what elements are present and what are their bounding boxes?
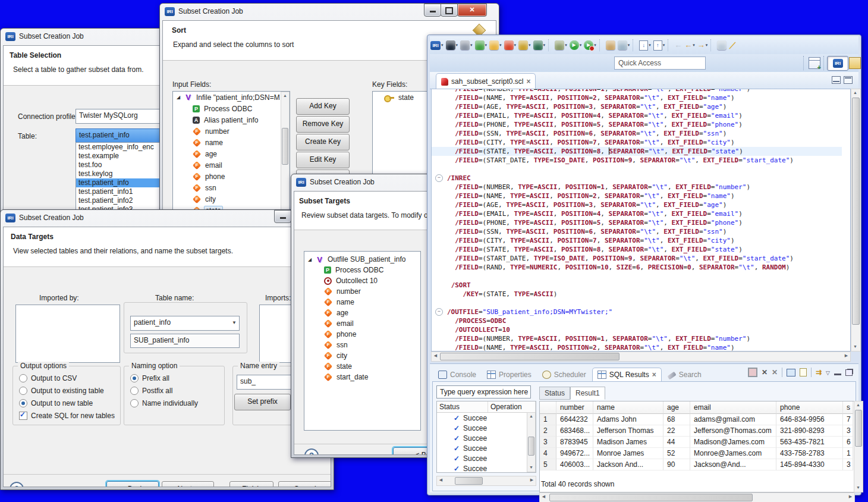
scroll-down-icon[interactable]: ▼	[851, 343, 859, 351]
dropdown-caret-icon[interactable]: ▾	[580, 43, 582, 48]
tree-item[interactable]: Fnumber	[173, 126, 290, 137]
checkbox-icon[interactable]	[19, 412, 27, 420]
nextform-whale-icon[interactable]: ▾	[445, 40, 459, 51]
dropdown-caret-icon[interactable]: ▾	[693, 43, 695, 48]
tab-search[interactable]: Search	[663, 368, 706, 381]
scroll-down-icon[interactable]: ▼	[527, 464, 535, 472]
help-icon[interactable]: ?	[304, 448, 319, 455]
iri-perspective-button[interactable]: IRI	[827, 56, 848, 71]
tree-item[interactable]: Fphone	[304, 329, 420, 340]
scroll-right-icon[interactable]: ▶	[528, 476, 536, 484]
titlebar[interactable]: IRI Subset Creation Job	[1, 29, 163, 44]
result-tab-result1[interactable]: Result1	[570, 387, 605, 400]
tree-item[interactable]: Fcity	[304, 350, 420, 361]
imported-by-list[interactable]	[15, 305, 120, 363]
grid-vscrollbar[interactable]: ▲ ▼	[854, 401, 863, 492]
subset-table-name-field[interactable]: SUB_patient_info	[130, 334, 240, 348]
rowgen-bird-icon[interactable]: ▾	[504, 40, 517, 51]
naming-option-option[interactable]: Postfix all	[130, 387, 172, 395]
result-tab-status[interactable]: Status	[539, 387, 570, 400]
scroll-down-icon[interactable]: ▼	[854, 484, 862, 492]
status-vscrollbar[interactable]: ▲ ▼	[527, 412, 536, 472]
editor-tab[interactable]: sah_subset_script0.scl	[436, 73, 536, 89]
table-row[interactable]: 2683468...Jefferson Thomas22Jefferson@Th…	[540, 425, 854, 437]
naming-option-option[interactable]: Prefix all	[130, 374, 169, 382]
tree-item[interactable]: Femail	[304, 318, 420, 329]
grid-column-header[interactable]: phone	[776, 401, 843, 414]
tree-item[interactable]: PProcess ODBC	[304, 265, 420, 275]
table-row[interactable]: 4949672...Monroe James52Monroe@James.com…	[540, 448, 854, 459]
status-row[interactable]: ✓Succee	[437, 443, 536, 453]
dropdown-caret-icon[interactable]: ▾	[485, 43, 488, 48]
tree-item[interactable]: Fname	[173, 137, 290, 148]
dropdown-caret-icon[interactable]: ▾	[628, 43, 630, 48]
maximize-view-icon[interactable]	[844, 76, 853, 84]
data-targets-window[interactable]: IRI Subset Creation Job Data Targets Vie…	[0, 209, 334, 490]
dropdown-caret-icon[interactable]: ▾	[543, 43, 546, 48]
fieldshield-shield-icon[interactable]: ▾	[489, 40, 502, 51]
tab-properties[interactable]: Properties	[482, 368, 536, 381]
run-icon[interactable]: ▶▾	[569, 40, 583, 51]
remove-icon[interactable]	[762, 368, 768, 376]
back-icon[interactable]: ←▾	[684, 40, 696, 51]
dropdown-caret-icon[interactable]: ▾	[499, 43, 502, 48]
debug-icon[interactable]: ▾	[554, 40, 568, 51]
dropdown-caret-icon[interactable]: ▾	[649, 43, 651, 48]
tree-item[interactable]: Fage	[173, 148, 290, 159]
status-row[interactable]: ✓Succee	[437, 413, 536, 423]
dropdown-caret-icon[interactable]: ▾	[663, 43, 665, 48]
view-menu-icon[interactable]	[826, 368, 830, 376]
globe-icon[interactable]: ▾	[460, 40, 473, 51]
create-sql-checkbox[interactable]: Create SQL for new tables	[19, 412, 115, 420]
table-row[interactable]: 38783945Madison James44Madison@James.com…	[540, 437, 854, 448]
close-button[interactable]: ✕	[457, 4, 487, 17]
tree-item[interactable]: Fname	[304, 297, 420, 308]
status-row[interactable]: ✓Succee	[437, 453, 536, 463]
dropdown-caret-icon[interactable]: ▾	[594, 43, 596, 48]
status-hscrollbar[interactable]: ◀ ▶	[436, 476, 536, 486]
set-prefix-button[interactable]: Set prefix	[234, 394, 291, 410]
output-option-option[interactable]: Output to new table	[19, 399, 93, 407]
tab-console[interactable]: Console	[433, 368, 481, 381]
code-editor[interactable]: −− /FIELD=(NUMBER, TYPE=ASCII, POSITION=…	[431, 89, 851, 352]
dropdown-caret-icon[interactable]: ▾	[456, 43, 458, 48]
grid-column-header[interactable]: name	[593, 401, 663, 414]
back-disabled-icon[interactable]: ←	[674, 40, 683, 51]
dropdown-caret-icon[interactable]: ▾	[565, 43, 567, 48]
tree-item[interactable]: Fssn	[173, 182, 290, 193]
tree-item[interactable]: PProcess ODBC	[173, 103, 290, 114]
scroll-up-icon[interactable]: ▲	[527, 413, 535, 421]
help-icon[interactable]: ?	[10, 482, 24, 487]
tree-item[interactable]: Femail	[173, 159, 290, 171]
tree-item[interactable]: Fssn	[304, 340, 420, 350]
naming-option-option[interactable]: Name individually	[130, 399, 198, 407]
close-icon[interactable]	[652, 371, 656, 379]
edit-key-button[interactable]: Edit Key	[296, 152, 350, 168]
status-row[interactable]: ✓Succee	[437, 423, 536, 433]
minimize-button[interactable]	[424, 4, 441, 17]
list-item[interactable]: test.patient_info	[76, 178, 161, 187]
radio-icon[interactable]	[19, 374, 27, 382]
grid-column-header[interactable]	[540, 401, 556, 414]
list-item[interactable]: test.foo	[76, 161, 161, 170]
tree-item[interactable]: Fnumber	[304, 286, 420, 297]
resource-perspective-icon[interactable]	[849, 57, 861, 69]
minimize-panel-icon[interactable]	[834, 374, 841, 375]
list-item[interactable]: test.patient_info2	[76, 196, 161, 205]
tree-item[interactable]: Fphone	[173, 171, 290, 182]
list-item[interactable]: test.example	[76, 152, 161, 161]
scroll-up-icon[interactable]: ▲	[281, 92, 289, 100]
tab-scheduler[interactable]: Scheduler	[537, 368, 591, 381]
table-row[interactable]: 16644232Adams John68adams@gmail.com646-8…	[540, 414, 854, 425]
dropdown-caret-icon[interactable]: ▾	[514, 43, 517, 48]
list-item[interactable]: test.patient_info1	[76, 187, 161, 196]
document-icon[interactable]	[800, 368, 807, 376]
close-icon[interactable]	[526, 77, 530, 86]
editor-hscrollbar[interactable]: ◀ ▶	[431, 352, 851, 362]
back-button[interactable]: < Back	[106, 481, 159, 487]
status-column-header[interactable]: Status	[437, 401, 488, 412]
iri-menu-icon[interactable]: IRI▾	[430, 40, 444, 51]
tree-item[interactable]: Fage	[304, 308, 420, 318]
last-edit-icon[interactable]	[716, 40, 727, 51]
minimize-button[interactable]	[274, 210, 291, 223]
